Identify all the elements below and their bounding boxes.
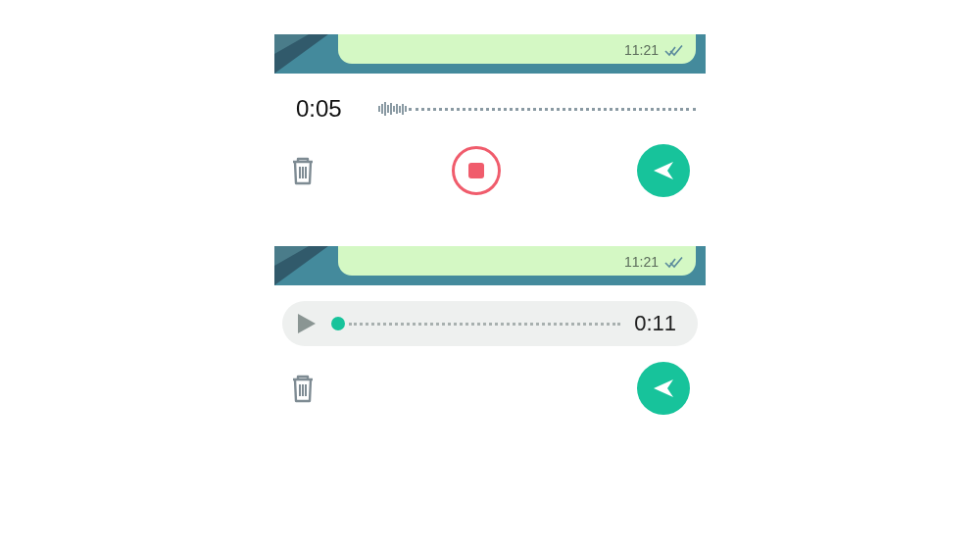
chat-strip: 11:21 [274,246,706,285]
preview-duration: 0:11 [634,311,676,336]
message-bubble: 11:21 [338,34,696,64]
voice-recording-panel: 11:21 0:05 [274,34,706,197]
preview-seek-track[interactable] [331,317,620,330]
preview-actions [274,356,706,415]
waveform-bars [378,101,407,117]
send-button[interactable] [637,144,690,197]
voice-preview-panel: 11:21 0:11 [274,246,706,415]
send-button[interactable] [637,362,690,415]
delete-button[interactable] [290,155,316,186]
recording-elapsed-time: 0:05 [296,95,355,123]
preview-track-line [349,323,620,326]
voice-preview-player: 0:11 [282,301,698,346]
recording-progress-row: 0:05 [274,74,706,134]
recording-actions [274,134,706,197]
message-timestamp: 11:21 [624,254,659,270]
message-bubble: 11:21 [338,246,696,276]
play-button[interactable] [296,312,318,335]
wallpaper-triangle [274,246,309,266]
read-receipt-icon [664,44,684,58]
recording-waveform [378,99,696,119]
seek-knob[interactable] [331,317,345,330]
delete-button[interactable] [290,373,316,404]
chat-strip: 11:21 [274,34,706,74]
read-receipt-icon [664,256,684,270]
stop-recording-button[interactable] [452,146,501,195]
stop-icon [468,163,484,178]
recording-track [409,108,696,111]
message-timestamp: 11:21 [624,42,659,58]
wallpaper-triangle [274,34,309,54]
